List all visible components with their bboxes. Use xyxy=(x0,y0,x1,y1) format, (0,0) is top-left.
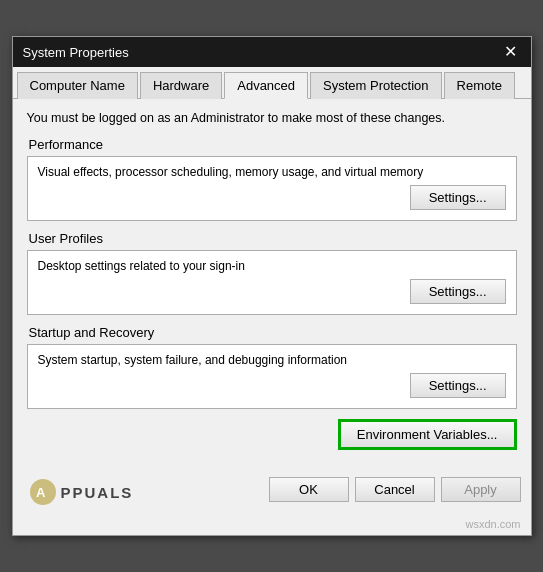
user-profiles-section: Desktop settings related to your sign-in… xyxy=(27,250,517,315)
close-button[interactable]: ✕ xyxy=(500,44,521,60)
performance-section: Visual effects, processor scheduling, me… xyxy=(27,156,517,221)
appuals-logo-area: A PPUALS xyxy=(23,478,134,506)
startup-recovery-section: System startup, system failure, and debu… xyxy=(27,344,517,409)
window-title: System Properties xyxy=(23,45,129,60)
performance-description: Visual effects, processor scheduling, me… xyxy=(38,165,506,179)
tab-computer-name[interactable]: Computer Name xyxy=(17,72,138,99)
user-profiles-label: User Profiles xyxy=(27,231,517,246)
tabs-bar: Computer Name Hardware Advanced System P… xyxy=(13,67,531,99)
warning-text: You must be logged on as an Administrato… xyxy=(27,111,517,125)
appuals-text: PPUALS xyxy=(61,484,134,501)
user-profiles-settings-button[interactable]: Settings... xyxy=(410,279,506,304)
tab-hardware[interactable]: Hardware xyxy=(140,72,222,99)
cancel-button[interactable]: Cancel xyxy=(355,477,435,502)
svg-text:A: A xyxy=(36,485,46,500)
title-bar: System Properties ✕ xyxy=(13,37,531,67)
appuals-icon: A xyxy=(29,478,57,506)
startup-recovery-description: System startup, system failure, and debu… xyxy=(38,353,506,367)
user-profiles-description: Desktop settings related to your sign-in xyxy=(38,259,506,273)
tab-remote[interactable]: Remote xyxy=(444,72,516,99)
watermark-text: wsxdn.com xyxy=(465,518,520,530)
environment-variables-button[interactable]: Environment Variables... xyxy=(338,419,517,450)
apply-button[interactable]: Apply xyxy=(441,477,521,502)
tab-system-protection[interactable]: System Protection xyxy=(310,72,442,99)
startup-recovery-label: Startup and Recovery xyxy=(27,325,517,340)
performance-label: Performance xyxy=(27,137,517,152)
performance-settings-button[interactable]: Settings... xyxy=(410,185,506,210)
ok-button[interactable]: OK xyxy=(269,477,349,502)
env-vars-row: Environment Variables... xyxy=(27,419,517,450)
tab-content: You must be logged on as an Administrato… xyxy=(13,99,531,468)
system-properties-window: System Properties ✕ Computer Name Hardwa… xyxy=(12,36,532,536)
tab-advanced[interactable]: Advanced xyxy=(224,72,308,99)
startup-recovery-settings-button[interactable]: Settings... xyxy=(410,373,506,398)
bottom-bar: A PPUALS OK Cancel Apply xyxy=(13,468,531,514)
